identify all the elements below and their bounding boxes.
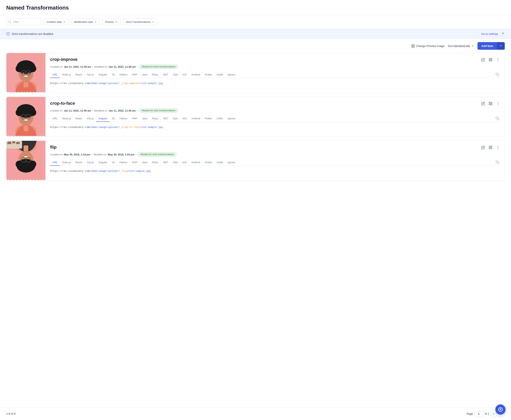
card-actions [480,57,501,63]
lang-tab-ruby[interactable]: Ruby [150,72,160,78]
page-input[interactable]: 1 [474,411,483,416]
more-options-button[interactable] [495,145,501,151]
lang-tab-kotlin[interactable]: Kotlin [214,115,225,122]
add-new-button[interactable]: Add New [477,42,497,50]
lang-tab-php[interactable]: PHP [130,72,140,78]
lang-tab-url[interactable]: URL [50,159,60,166]
more-options-button[interactable] [495,101,501,107]
svg-rect-49 [489,104,490,105]
change-preview-button[interactable]: Change Preview Image [411,44,444,48]
lang-tab-jquery[interactable]: jQuery [225,115,238,122]
lang-tab-react[interactable]: React [73,72,84,78]
strict-transformations-filter[interactable]: Strict Transformations [123,19,157,25]
lang-tab-dart[interactable]: Dart [171,72,180,78]
filter-input[interactable] [6,19,41,25]
sort-label: Sort Alphabetically [448,45,470,48]
presets-filter[interactable]: Presets [102,19,120,25]
grid-view-button[interactable] [488,57,493,63]
edit-icon [481,145,485,149]
modified-date: Jan 11, 2022, 11:49 am [109,65,136,68]
lang-tab-android[interactable]: Android [189,115,203,122]
creation-date-filter[interactable]: Creation date [44,19,69,25]
lang-tabs: URL Node.js React Vue.js Angular JS Pyth… [50,159,501,166]
lang-tab-java[interactable]: Java [140,115,150,122]
lang-tab-kotlin[interactable]: Kotlin [214,72,225,78]
lang-tab-angular[interactable]: Angular [96,159,110,166]
lang-tab-url[interactable]: URL [50,115,60,122]
close-banner-button[interactable] [501,32,505,36]
lang-tab-dart[interactable]: Dart [171,115,180,122]
lang-tab-php[interactable]: PHP [130,115,140,122]
lang-tab-js[interactable]: JS [110,115,117,122]
strict-badge: Allowed for strict transformations [137,152,177,157]
lang-tab-ios[interactable]: iOS [180,159,189,166]
chevron-down-icon [115,21,118,23]
chevron-down-icon [94,21,97,23]
lang-tab-js[interactable]: JS [110,159,117,166]
edit-button[interactable] [480,101,486,107]
sort-alphabetically-button[interactable]: Sort Alphabetically [448,45,474,48]
fab-button[interactable] [496,405,505,414]
lang-tab-java[interactable]: Java [140,159,150,166]
lang-tab-python[interactable]: Python [117,115,130,122]
lang-tab-react[interactable]: React [73,115,84,122]
created-date: May 30, 2019, 1:24 pm [64,153,90,156]
grid-view-button[interactable] [488,101,493,107]
lang-tab-kotlin[interactable]: Kotlin [214,159,225,166]
copy-icon [496,117,499,120]
lang-tab-android[interactable]: Android [189,159,203,166]
edit-button[interactable] [480,145,486,151]
lang-tab-flutter[interactable]: Flutter [203,72,214,78]
svg-rect-69 [8,142,11,144]
lang-tab-ruby[interactable]: Ruby [150,159,160,166]
card-content: crop-to-face [45,97,504,136]
edit-button[interactable] [480,57,486,63]
card-image-flip [7,141,45,180]
lang-tab-dotnet[interactable]: .NET [160,72,171,78]
copy-url-button[interactable] [494,116,501,121]
card-meta: Created on Jan 11, 2022, 11:49 am • Modi… [50,65,501,69]
lang-tab-android[interactable]: Android [189,72,203,78]
lang-tab-jquery[interactable]: jQuery [225,72,238,78]
modification-date-filter[interactable]: Modification date [71,19,100,25]
lang-tab-react[interactable]: React [73,159,84,166]
lang-tab-python[interactable]: Python [117,72,130,78]
lang-tab-ruby[interactable]: Ruby [150,115,160,122]
lang-tab-flutter[interactable]: Flutter [203,115,214,122]
lang-tab-nodejs[interactable]: Node.js [60,159,73,166]
more-options-button[interactable] [495,57,501,63]
lang-tab-ios[interactable]: iOS [180,72,189,78]
lang-tab-vuejs[interactable]: Vue.js [84,72,96,78]
copy-url-button[interactable] [494,160,501,165]
url-path-text: /image/upload/ [97,82,119,85]
lang-tab-jquery[interactable]: jQuery [225,159,238,166]
url-base-text: https://res.cloudinary.com/ [50,170,91,172]
lang-tab-nodejs[interactable]: Node.js [60,115,73,122]
svg-point-30 [498,61,498,61]
lang-tab-angular[interactable]: Angular [96,72,110,78]
lang-tab-vuejs[interactable]: Vue.js [84,159,96,166]
url-display: https://res.cloudinary.com/demo/image/up… [50,124,501,130]
svg-point-41 [22,105,30,112]
lang-tab-php[interactable]: PHP [130,159,140,166]
lang-tab-vuejs[interactable]: Vue.js [84,115,96,122]
lang-tab-dotnet[interactable]: .NET [160,115,171,122]
add-new-dropdown-button[interactable] [497,42,505,50]
lang-tab-nodejs[interactable]: Node.js [60,72,73,78]
lang-tab-java[interactable]: Java [140,72,150,78]
go-to-settings-link[interactable]: Go to settings [481,32,498,36]
lang-tab-ios[interactable]: iOS [180,115,189,122]
grid-icon [488,102,492,105]
lang-tab-dotnet[interactable]: .NET [160,159,171,166]
strict-badge: Allowed for strict transformations [139,65,178,69]
modified-label: Modified on [94,65,107,68]
lang-tab-python[interactable]: Python [117,159,130,166]
grid-view-button[interactable] [488,145,493,151]
lang-tab-url[interactable]: URL [50,72,60,78]
lang-tab-angular[interactable]: Angular [96,115,110,122]
lang-tab-dart[interactable]: Dart [171,159,180,166]
lang-tab-flutter[interactable]: Flutter [203,159,214,166]
lang-tab-js[interactable]: JS [110,72,117,78]
copy-url-button[interactable] [494,72,501,78]
card-header: flip [50,145,501,151]
